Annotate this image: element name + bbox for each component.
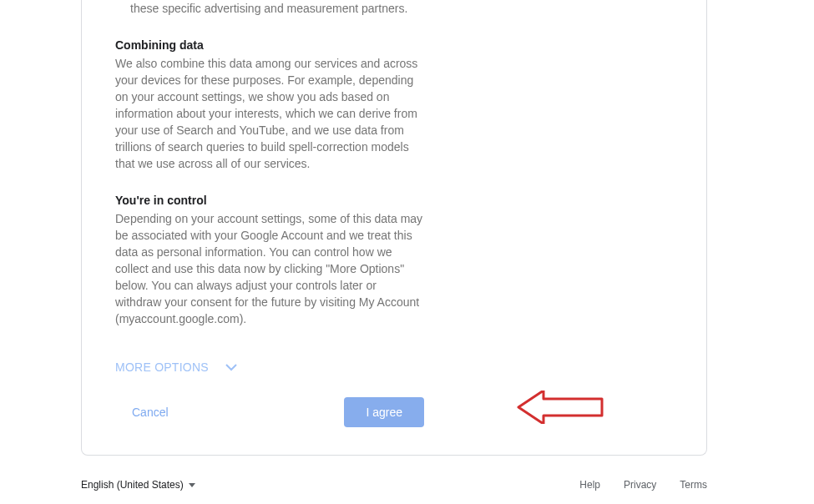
agree-button[interactable]: I agree xyxy=(344,397,424,427)
section-heading-combining: Combining data xyxy=(115,37,424,53)
footer-links: Help Privacy Terms xyxy=(579,479,707,491)
section-body-combining: We also combine this data among our serv… xyxy=(115,55,424,172)
partial-text-line: these specific advertising and measureme… xyxy=(115,0,424,17)
content-column: these specific advertising and measureme… xyxy=(115,0,424,427)
section-heading-control: You're in control xyxy=(115,192,424,209)
section-body-control: Depending on your account settings, some… xyxy=(115,210,424,327)
more-options-label: MORE OPTIONS xyxy=(115,360,209,374)
action-button-row: Cancel I agree xyxy=(115,397,424,427)
privacy-consent-card: these specific advertising and measureme… xyxy=(81,0,707,456)
arrow-annotation-icon xyxy=(514,391,606,427)
more-options-toggle[interactable]: MORE OPTIONS xyxy=(115,360,424,374)
cancel-button[interactable]: Cancel xyxy=(115,397,185,427)
chevron-down-icon xyxy=(225,364,237,371)
language-label: English (United States) xyxy=(81,479,184,491)
footer-link-privacy[interactable]: Privacy xyxy=(624,479,656,491)
footer-link-terms[interactable]: Terms xyxy=(680,479,707,491)
caret-down-icon xyxy=(189,483,195,487)
page-footer: English (United States) Help Privacy Ter… xyxy=(81,479,707,491)
footer-link-help[interactable]: Help xyxy=(579,479,600,491)
language-selector[interactable]: English (United States) xyxy=(81,479,195,491)
